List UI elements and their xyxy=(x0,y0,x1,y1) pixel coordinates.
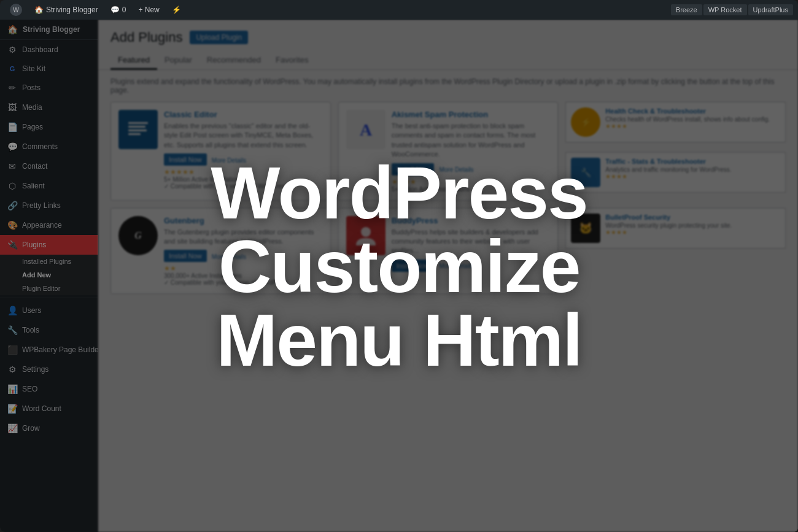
gutenberg-details-link[interactable]: More Details xyxy=(212,253,246,260)
sidebar-link-wpbakery[interactable]: ⬛ WPBakery Page Builder xyxy=(0,340,98,360)
svg-text:🔧: 🔧 xyxy=(581,168,592,178)
akismet-details-link[interactable]: More Details xyxy=(439,166,473,173)
right-col-plugin-1: ⚡ Health Check & Troubleshooter Checks h… xyxy=(565,102,786,142)
sidebar-item-wordcount[interactable]: 📝 Word Count xyxy=(0,399,98,418)
submenu-add-new[interactable]: Add New xyxy=(0,268,98,282)
sidebar-link-dashboard[interactable]: ⚙ Dashboard xyxy=(0,40,98,60)
plugin-tabs: Featured Popular Recommended Favorites xyxy=(98,45,798,70)
comment-icon: 💬 xyxy=(110,6,120,14)
buddypress-info: BuddyPress BuddyPress helps site builder… xyxy=(392,216,551,287)
sidebar-label-plugins: Plugins xyxy=(22,241,46,249)
sidebar-item-dashboard[interactable]: ⚙ Dashboard xyxy=(0,40,98,60)
house-icon: 🏠 xyxy=(34,6,44,14)
sidebar-item-contact[interactable]: ✉ Contact xyxy=(0,156,98,176)
sitekit-icon: G xyxy=(7,65,17,72)
new-label: + New xyxy=(138,6,159,14)
gutenberg-compatible: ✓ Compatible with your version of WordPr… xyxy=(164,279,323,286)
akismet-install-btn[interactable]: Install Now xyxy=(392,163,435,175)
sidebar-label-comments: Comments xyxy=(22,142,58,151)
akismet-installs: 5+ Million Active Installations xyxy=(392,186,551,193)
classic-editor-info: Classic Editor Enables the previous "cla… xyxy=(164,110,323,193)
wprocket-plugin-btn[interactable]: WP Rocket xyxy=(703,4,747,15)
right-col-plugin-2: 🔧 Traffic - Stats & Troubleshooter Analy… xyxy=(565,152,786,193)
wpbakery-icon: ⬛ xyxy=(7,345,17,355)
wp-icon-button[interactable]: ⚡ xyxy=(167,0,186,20)
gutenberg-icon: G xyxy=(118,216,158,255)
sidebar-link-users[interactable]: 👤 Users xyxy=(0,301,98,320)
buddypress-details-link[interactable]: More Details xyxy=(439,263,473,269)
buddypress-install-btn[interactable]: Install Now xyxy=(392,260,435,272)
sidebar-item-salient[interactable]: ⬡ Salient xyxy=(0,176,98,196)
sidebar-item-comments[interactable]: 💬 Comments xyxy=(0,137,98,156)
sidebar-link-posts[interactable]: ✏ Posts xyxy=(0,78,98,98)
submenu-plugin-editor[interactable]: Plugin Editor xyxy=(0,282,98,295)
gutenberg-name: Gutenberg xyxy=(164,216,323,225)
sidebar-item-seo[interactable]: 📊 SEO xyxy=(0,379,98,399)
sidebar-item-pages[interactable]: 📄 Pages xyxy=(0,117,98,137)
tab-favorites[interactable]: Favorites xyxy=(268,52,316,70)
sidebar-link-sitekit[interactable]: G Site Kit xyxy=(0,60,98,78)
sidebar-item-wpbakery[interactable]: ⬛ WPBakery Page Builder xyxy=(0,340,98,360)
wp-logo-button[interactable]: W xyxy=(5,0,27,20)
tab-recommended[interactable]: Recommended xyxy=(200,52,268,70)
wp-shield-icon: ⚡ xyxy=(172,6,181,14)
classic-editor-details-link[interactable]: More Details xyxy=(212,157,246,164)
gutenberg-install-btn[interactable]: Install Now xyxy=(164,250,207,262)
sidebar-link-contact[interactable]: ✉ Contact xyxy=(0,156,98,176)
new-button[interactable]: + New xyxy=(133,0,164,20)
buddypress-icon xyxy=(346,216,385,255)
upload-plugin-button[interactable]: Upload Plugin xyxy=(190,31,248,44)
sidebar-item-tools[interactable]: 🔧 Tools xyxy=(0,320,98,340)
site-name-button[interactable]: 🏠 Striving Blogger xyxy=(29,0,103,20)
updraftplus-plugin-btn[interactable]: UpdraftPlus xyxy=(748,4,793,15)
buddypress-name: BuddyPress xyxy=(392,216,551,225)
sidebar-item-sitekit[interactable]: G Site Kit xyxy=(0,60,98,78)
sidebar-item-grow[interactable]: 📈 Grow xyxy=(0,418,98,438)
sidebar-link-seo[interactable]: 📊 SEO xyxy=(0,379,98,399)
pages-icon: 📄 xyxy=(7,122,17,132)
sidebar-link-plugins[interactable]: 🔌 Plugins xyxy=(0,235,98,255)
sidebar-item-settings[interactable]: ⚙ Settings xyxy=(0,360,98,379)
sidebar-item-appearance[interactable]: 🎨 Appearance xyxy=(0,215,98,235)
submenu-installed-plugins[interactable]: Installed Plugins xyxy=(0,255,98,268)
sidebar-item-users[interactable]: 👤 Users xyxy=(0,301,98,320)
classic-editor-icon xyxy=(118,110,158,149)
gutenberg-desc: The Gutenberg plugin provides editor com… xyxy=(164,228,323,247)
sidebar-link-pages[interactable]: 📄 Pages xyxy=(0,117,98,137)
sidebar-link-media[interactable]: 🖼 Media xyxy=(0,98,98,117)
sidebar-label-users: Users xyxy=(22,306,41,315)
sidebar-label-appearance: Appearance xyxy=(22,221,62,229)
sidebar-link-prettylinks[interactable]: 🔗 Pretty Links xyxy=(0,196,98,215)
prettylinks-icon: 🔗 xyxy=(7,201,17,210)
classic-editor-install-btn[interactable]: Install Now xyxy=(164,153,207,166)
breeze-plugin-btn[interactable]: Breeze xyxy=(671,4,702,15)
sidebar-item-posts[interactable]: ✏ Posts xyxy=(0,78,98,98)
media-icon: 🖼 xyxy=(7,102,17,112)
dashboard-icon: ⚙ xyxy=(7,45,17,55)
sidebar-link-comments[interactable]: 💬 Comments xyxy=(0,137,98,156)
classic-editor-name: Classic Editor xyxy=(164,110,323,119)
sidebar-link-appearance[interactable]: 🎨 Appearance xyxy=(0,215,98,235)
plugins-submenu: Installed Plugins Add New Plugin Editor xyxy=(0,255,98,295)
sidebar-link-grow[interactable]: 📈 Grow xyxy=(0,418,98,438)
plugin-card-classic-editor: Classic Editor Enables the previous "cla… xyxy=(110,102,331,201)
comments-button[interactable]: 💬 0 xyxy=(106,0,131,20)
tab-featured[interactable]: Featured xyxy=(110,52,157,70)
tab-popular[interactable]: Popular xyxy=(157,52,200,70)
sidebar-item-prettylinks[interactable]: 🔗 Pretty Links xyxy=(0,196,98,215)
sidebar-link-wordcount[interactable]: 📝 Word Count xyxy=(0,399,98,418)
sidebar-item-plugins[interactable]: 🔌 Plugins Installed Plugins Add New Plug… xyxy=(0,235,98,295)
contact-icon: ✉ xyxy=(7,161,17,171)
settings-icon: ⚙ xyxy=(7,364,17,374)
site-name-bar[interactable]: 🏠 Striving Blogger xyxy=(0,20,98,40)
sidebar-link-tools[interactable]: 🔧 Tools xyxy=(0,320,98,340)
plugins-icon: 🔌 xyxy=(7,240,17,250)
sidebar-link-salient[interactable]: ⬡ Salient xyxy=(0,176,98,196)
svg-text:A: A xyxy=(360,120,373,139)
sidebar-link-settings[interactable]: ⚙ Settings xyxy=(0,360,98,379)
sidebar-item-media[interactable]: 🖼 Media xyxy=(0,98,98,117)
wp-logo-icon: W xyxy=(10,4,22,16)
svg-text:G: G xyxy=(134,230,142,241)
sidebar-label-seo: SEO xyxy=(22,385,37,393)
sidebar-label-sitekit: Site Kit xyxy=(22,64,45,73)
